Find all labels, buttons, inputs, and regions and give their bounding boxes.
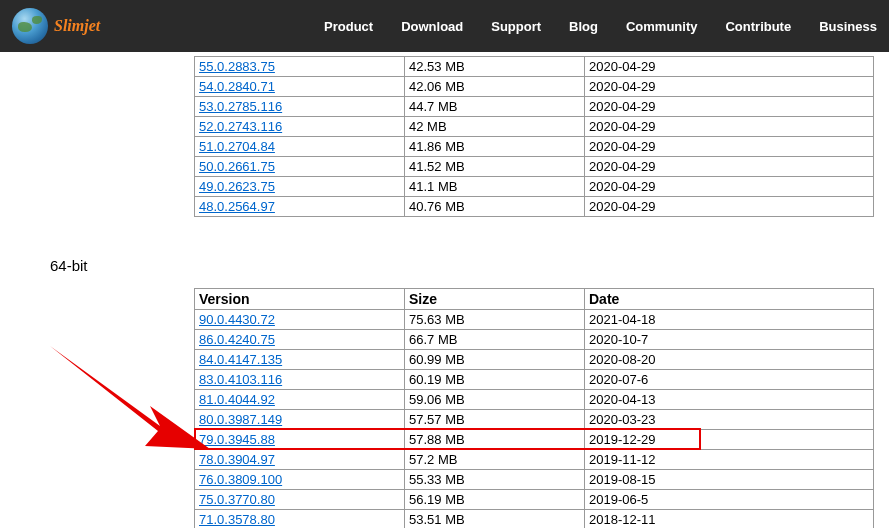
cell-version: 80.0.3987.149 xyxy=(195,410,405,430)
cell-date: 2020-04-29 xyxy=(585,157,874,177)
cell-date: 2019-12-29 xyxy=(585,430,874,450)
table-row: 71.0.3578.8053.51 MB2018-12-11 xyxy=(195,510,874,529)
version-link[interactable]: 50.0.2661.75 xyxy=(199,159,275,174)
logo-text: Slimjet xyxy=(54,17,100,35)
table-row: 86.0.4240.7566.7 MB2020-10-7 xyxy=(195,330,874,350)
cell-date: 2019-08-15 xyxy=(585,470,874,490)
cell-version: 55.0.2883.75 xyxy=(195,57,405,77)
cell-date: 2020-04-29 xyxy=(585,137,874,157)
table-row: 52.0.2743.11642 MB2020-04-29 xyxy=(195,117,874,137)
cell-size: 41.86 MB xyxy=(405,137,585,157)
cell-date: 2020-03-23 xyxy=(585,410,874,430)
cell-date: 2020-08-20 xyxy=(585,350,874,370)
cell-version: 50.0.2661.75 xyxy=(195,157,405,177)
version-link[interactable]: 76.0.3809.100 xyxy=(199,472,282,487)
nav-product[interactable]: Product xyxy=(324,19,373,34)
version-link[interactable]: 80.0.3987.149 xyxy=(199,412,282,427)
cell-size: 60.19 MB xyxy=(405,370,585,390)
version-link[interactable]: 81.0.4044.92 xyxy=(199,392,275,407)
cell-date: 2020-07-6 xyxy=(585,370,874,390)
version-link[interactable]: 53.0.2785.116 xyxy=(199,99,282,114)
header-bar: Slimjet Product Download Support Blog Co… xyxy=(0,0,889,52)
cell-size: 75.63 MB xyxy=(405,310,585,330)
cell-version: 75.0.3770.80 xyxy=(195,490,405,510)
cell-date: 2019-06-5 xyxy=(585,490,874,510)
cell-size: 56.19 MB xyxy=(405,490,585,510)
cell-version: 52.0.2743.116 xyxy=(195,117,405,137)
main-nav: Product Download Support Blog Community … xyxy=(324,19,877,34)
cell-date: 2020-04-29 xyxy=(585,97,874,117)
version-link[interactable]: 84.0.4147.135 xyxy=(199,352,282,367)
table-row: 75.0.3770.8056.19 MB2019-06-5 xyxy=(195,490,874,510)
table-row: 83.0.4103.11660.19 MB2020-07-6 xyxy=(195,370,874,390)
cell-version: 48.0.2564.97 xyxy=(195,197,405,217)
col-size: Size xyxy=(405,289,585,310)
nav-support[interactable]: Support xyxy=(491,19,541,34)
cell-version: 78.0.3904.97 xyxy=(195,450,405,470)
nav-community[interactable]: Community xyxy=(626,19,698,34)
version-link[interactable]: 51.0.2704.84 xyxy=(199,139,275,154)
table-row: 80.0.3987.14957.57 MB2020-03-23 xyxy=(195,410,874,430)
section-title-64bit: 64-bit xyxy=(50,257,889,274)
table-row: 90.0.4430.7275.63 MB2021-04-18 xyxy=(195,310,874,330)
version-link[interactable]: 55.0.2883.75 xyxy=(199,59,275,74)
cell-size: 42.06 MB xyxy=(405,77,585,97)
cell-version: 54.0.2840.71 xyxy=(195,77,405,97)
cell-version: 51.0.2704.84 xyxy=(195,137,405,157)
nav-download[interactable]: Download xyxy=(401,19,463,34)
table-row: 51.0.2704.8441.86 MB2020-04-29 xyxy=(195,137,874,157)
version-link[interactable]: 54.0.2840.71 xyxy=(199,79,275,94)
cell-version: 79.0.3945.88 xyxy=(195,430,405,450)
cell-size: 57.2 MB xyxy=(405,450,585,470)
version-link[interactable]: 83.0.4103.116 xyxy=(199,372,282,387)
version-link[interactable]: 48.0.2564.97 xyxy=(199,199,275,214)
table-row: 55.0.2883.7542.53 MB2020-04-29 xyxy=(195,57,874,77)
cell-version: 49.0.2623.75 xyxy=(195,177,405,197)
svg-marker-0 xyxy=(50,346,210,449)
version-link[interactable]: 90.0.4430.72 xyxy=(199,312,275,327)
version-link[interactable]: 79.0.3945.88 xyxy=(199,432,275,447)
cell-size: 41.52 MB xyxy=(405,157,585,177)
version-link[interactable]: 86.0.4240.75 xyxy=(199,332,275,347)
version-link[interactable]: 71.0.3578.80 xyxy=(199,512,275,527)
cell-date: 2018-12-11 xyxy=(585,510,874,529)
table-header-row: Version Size Date xyxy=(195,289,874,310)
col-version: Version xyxy=(195,289,405,310)
cell-version: 83.0.4103.116 xyxy=(195,370,405,390)
table-row: 50.0.2661.7541.52 MB2020-04-29 xyxy=(195,157,874,177)
cell-size: 44.7 MB xyxy=(405,97,585,117)
cell-version: 84.0.4147.135 xyxy=(195,350,405,370)
content-area: 55.0.2883.7542.53 MB2020-04-2954.0.2840.… xyxy=(0,56,889,528)
table-row: 49.0.2623.7541.1 MB2020-04-29 xyxy=(195,177,874,197)
cell-size: 53.51 MB xyxy=(405,510,585,529)
cell-version: 76.0.3809.100 xyxy=(195,470,405,490)
versions-table-64bit: Version Size Date 90.0.4430.7275.63 MB20… xyxy=(194,288,874,528)
cell-size: 41.1 MB xyxy=(405,177,585,197)
table-row: 78.0.3904.9757.2 MB2019-11-12 xyxy=(195,450,874,470)
col-date: Date xyxy=(585,289,874,310)
arrow-annotation-icon xyxy=(40,331,220,471)
version-link[interactable]: 52.0.2743.116 xyxy=(199,119,282,134)
cell-size: 66.7 MB xyxy=(405,330,585,350)
nav-contribute[interactable]: Contribute xyxy=(725,19,791,34)
cell-date: 2020-04-29 xyxy=(585,77,874,97)
cell-size: 55.33 MB xyxy=(405,470,585,490)
nav-blog[interactable]: Blog xyxy=(569,19,598,34)
cell-date: 2021-04-18 xyxy=(585,310,874,330)
cell-date: 2020-04-29 xyxy=(585,197,874,217)
cell-version: 81.0.4044.92 xyxy=(195,390,405,410)
version-link[interactable]: 75.0.3770.80 xyxy=(199,492,275,507)
nav-business[interactable]: Business xyxy=(819,19,877,34)
cell-version: 86.0.4240.75 xyxy=(195,330,405,350)
cell-version: 90.0.4430.72 xyxy=(195,310,405,330)
table-row: 79.0.3945.8857.88 MB2019-12-29 xyxy=(195,430,874,450)
cell-date: 2020-10-7 xyxy=(585,330,874,350)
version-link[interactable]: 49.0.2623.75 xyxy=(199,179,275,194)
cell-size: 42.53 MB xyxy=(405,57,585,77)
cell-version: 53.0.2785.116 xyxy=(195,97,405,117)
cell-size: 57.57 MB xyxy=(405,410,585,430)
logo-area[interactable]: Slimjet xyxy=(12,8,100,44)
cell-size: 59.06 MB xyxy=(405,390,585,410)
version-link[interactable]: 78.0.3904.97 xyxy=(199,452,275,467)
table-row: 84.0.4147.13560.99 MB2020-08-20 xyxy=(195,350,874,370)
